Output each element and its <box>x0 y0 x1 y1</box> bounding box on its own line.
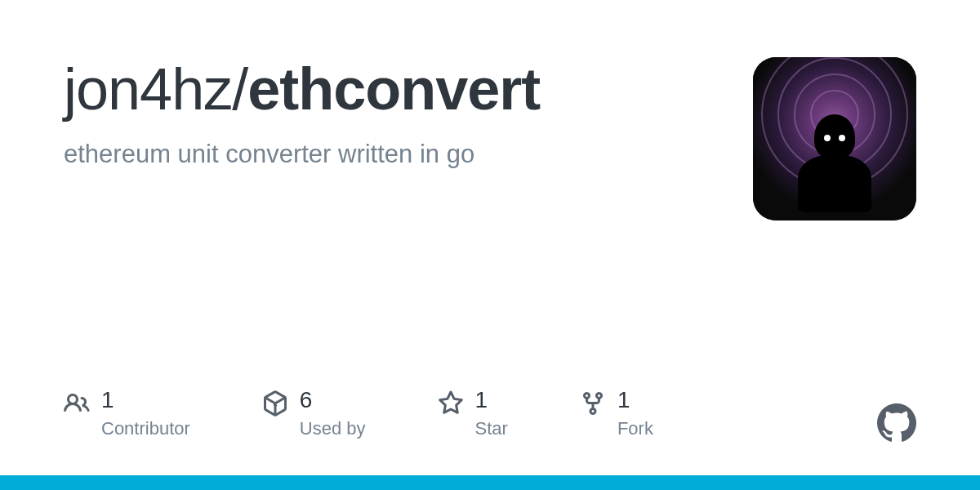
title-section: jon4hz/ethconvert ethereum unit converte… <box>64 57 728 169</box>
package-icon <box>262 390 288 416</box>
repo-card: jon4hz/ethconvert ethereum unit converte… <box>0 0 980 490</box>
github-logo-icon <box>877 403 916 443</box>
slash: / <box>232 56 247 122</box>
repo-description: ethereum unit converter written in go <box>64 140 728 169</box>
language-bar <box>0 475 980 490</box>
stat-label: Contributor <box>101 418 190 439</box>
fork-icon <box>580 390 606 416</box>
stat-value: 1 <box>617 389 653 412</box>
stat-value: 1 <box>101 389 190 412</box>
stat-usedby: 6 Used by <box>262 389 366 439</box>
stat-label: Star <box>475 418 508 439</box>
people-icon <box>64 390 90 416</box>
header-row: jon4hz/ethconvert ethereum unit converte… <box>64 57 916 220</box>
avatar <box>753 57 916 220</box>
stat-value: 6 <box>300 389 366 412</box>
repo-name: ethconvert <box>247 56 540 122</box>
stat-label: Used by <box>300 418 366 439</box>
star-icon <box>438 390 464 416</box>
stat-label: Fork <box>617 418 653 439</box>
stat-forks: 1 Fork <box>580 389 653 439</box>
stats-row: 1 Contributor 6 Used by 1 Star <box>64 389 653 439</box>
stat-contributors: 1 Contributor <box>64 389 190 439</box>
repo-title: jon4hz/ethconvert <box>64 57 728 122</box>
stat-value: 1 <box>475 389 508 412</box>
stat-stars: 1 Star <box>438 389 508 439</box>
repo-owner: jon4hz <box>64 56 232 122</box>
